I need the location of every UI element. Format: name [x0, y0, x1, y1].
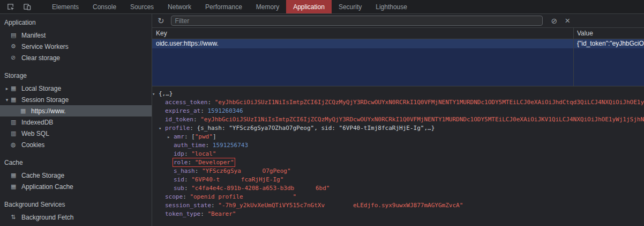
sidebar-item-cookies[interactable]: ◍Cookies [0, 139, 152, 150]
sidebar-item-clear-storage[interactable]: ⊘Clear storage [0, 52, 152, 63]
sidebar-item-https-www[interactable]: ▦https://www. [0, 105, 152, 116]
tab-performance[interactable]: Performance [198, 0, 249, 13]
sidebar-item-label: Service Workers [21, 43, 69, 50]
tab-application[interactable]: Application [286, 0, 332, 13]
sidebar-item-label: Background Fetch [21, 214, 73, 221]
tab-memory[interactable]: Memory [249, 0, 286, 13]
json-key: scope [165, 193, 183, 200]
json-punctuation: : [207, 99, 214, 106]
json-punctuation: : [184, 176, 191, 183]
sidebar-item-web-sql[interactable]: ▥Web SQL [0, 128, 152, 139]
json-key: s_hash [174, 167, 195, 174]
json-punctuation: : [184, 185, 191, 192]
json-number-value: 1591260346 [207, 107, 243, 114]
sidebar-item-label: Clear storage [21, 54, 60, 62]
json-punctuation: : [211, 202, 218, 209]
tab-lighthouse[interactable]: Lighthouse [369, 0, 414, 13]
sidebar-item-label: Manifest [21, 32, 46, 39]
tree-row-role[interactable]: role: "Developer" [152, 158, 644, 167]
device-toolbar-icon[interactable] [23, 3, 31, 11]
inspect-element-icon[interactable] [6, 3, 14, 11]
tree-row-sid[interactable]: sid: "6VP40-t fcaRjHjE-Ig" [152, 176, 644, 184]
json-key: idp [174, 150, 184, 157]
tree-row-s-hash[interactable]: s_hash: "YFScz6gSya O7gPeog" [152, 167, 644, 176]
tree-row-expires-at[interactable]: expires_at: 1591260346 [152, 107, 644, 115]
chevron-right-icon[interactable]: ▸ [167, 133, 174, 141]
json-string-value: "openid profile " [190, 193, 296, 200]
json-punctuation: : [195, 167, 202, 174]
table-icon: ▦ [20, 107, 30, 114]
tree-row-id-token[interactable]: id_token: "eyJhbGciOiJSUzI1NiIsImtpZCI6I… [152, 115, 644, 124]
sidebar-section-cache: Cache [0, 150, 152, 170]
json-punctuation: : [200, 210, 207, 217]
sidebar-item-local-storage[interactable]: ▸▦Local Storage [0, 83, 152, 94]
json-key: sid [174, 176, 184, 183]
storage-toolbar: ↻ ⊘ × [152, 14, 644, 28]
json-punctuation: : [190, 125, 197, 132]
tab-elements[interactable]: Elements [45, 0, 86, 13]
tree-row-sub[interactable]: sub: "c4fa4e4c-891b-4208-a653-b3db 6bd" [152, 184, 644, 193]
clear-icon: ⊘ [11, 54, 20, 61]
json-punctuation: : [188, 159, 195, 166]
json-key: profile [165, 125, 190, 132]
table-empty-area [152, 48, 644, 86]
chevron-down-icon[interactable]: ▾ [159, 124, 165, 133]
sidebar-item-session-storage[interactable]: ▾▦Session Storage [0, 94, 152, 105]
tree-row-token-type[interactable]: token_type: "Bearer" [152, 210, 644, 218]
close-icon[interactable]: × [565, 16, 570, 25]
json-punctuation: ] [213, 133, 216, 140]
tree-row-scope[interactable]: scope: "openid profile " [152, 193, 644, 201]
tree-row-profile[interactable]: ▾profile: {s_hash: "YFScz6gSya7OZhaO7gPe… [152, 124, 644, 133]
chevron-down-icon[interactable]: ▾ [152, 90, 159, 98]
application-panel: ↻ ⊘ × Key Value oidc.user:https://www. {… [152, 14, 644, 226]
sidebar-item-label: Web SQL [21, 130, 49, 137]
json-key: access_token [165, 99, 207, 106]
tree-row-idp[interactable]: idp: "local" [152, 150, 644, 158]
tab-security[interactable]: Security [332, 0, 369, 13]
tree-row-access-token[interactable]: access_token: "eyJhbGciOiJSUzI1NiIsImtpZ… [152, 98, 644, 107]
json-tree: ▾{,…}access_token: "eyJhbGciOiJSUzI1NiIs… [152, 86, 644, 226]
json-punctuation: : [206, 142, 213, 149]
tree-row-auth-time[interactable]: auth_time: 1591256743 [152, 141, 644, 150]
tab-console[interactable]: Console [86, 0, 123, 13]
json-string-value: "c4fa4e4c-891b-4208-a653-b3db 6bd" [191, 185, 330, 192]
document-icon: ▤ [11, 32, 20, 39]
sidebar-item-cache-storage[interactable]: ▦Cache Storage [0, 170, 152, 181]
sidebar-item-application-cache[interactable]: ▦Application Cache [0, 181, 152, 192]
chevron-down-icon[interactable]: ▾ [3, 97, 11, 103]
column-header-key[interactable]: Key [156, 28, 167, 39]
json-punctuation: : [183, 193, 190, 200]
gear-icon: ⚙ [11, 43, 20, 50]
sidebar-item-indexeddb[interactable]: ▥IndexedDB [0, 116, 152, 128]
sidebar-item-service-workers[interactable]: ⚙Service Workers [0, 41, 152, 52]
sidebar-section-background-services: Background Services [0, 192, 152, 212]
devtools-toolbar-icons [0, 0, 38, 13]
json-string-value: "6VP40-t fcaRjHjE-Ig" [191, 176, 283, 183]
panel-tabs: ElementsConsoleSourcesNetworkPerformance… [45, 0, 414, 13]
sidebar-item-background-fetch[interactable]: ⇅Background Fetch [0, 212, 152, 223]
tree-row-root[interactable]: ▾{,…} [152, 90, 644, 98]
sidebar-section-application: Application [0, 14, 152, 30]
tab-network[interactable]: Network [161, 0, 198, 13]
chevron-right-icon[interactable]: ▸ [3, 86, 11, 91]
sync-icon: ⇅ [11, 214, 20, 221]
json-punctuation: : [193, 116, 200, 123]
clear-all-icon[interactable]: ⊘ [551, 17, 558, 25]
filter-input[interactable] [171, 16, 543, 26]
column-divider[interactable] [573, 28, 574, 86]
sidebar-item-manifest[interactable]: ▤Manifest [0, 30, 152, 41]
column-header-value[interactable]: Value [577, 28, 644, 39]
sidebar-item-label: IndexedDB [21, 119, 53, 126]
tab-sources[interactable]: Sources [123, 0, 161, 13]
json-key: id_token [165, 116, 193, 123]
json-string-value: "local" [191, 150, 216, 157]
table-row[interactable]: oidc.user:https://www. {"id_token":"eyJh… [152, 39, 644, 48]
database-icon: ▥ [11, 119, 20, 126]
json-key: session_state [165, 202, 211, 209]
tree-row-amr[interactable]: ▸amr: ["pwd"] [152, 133, 644, 141]
row-value: {"id_token":"eyJhbGciOiJSUzI1NiIsImtpZCI… [577, 39, 644, 48]
json-object-preview: {s_hash: "YFScz6gSya7OZhaO7gPeog", sid: … [197, 125, 435, 132]
refresh-icon[interactable]: ↻ [158, 16, 164, 26]
tree-row-session-state[interactable]: session_state: "-7h9_y2kUvXeUmQTiVY515c7… [152, 201, 644, 210]
annotation-box: role: "Developer" [174, 159, 234, 166]
